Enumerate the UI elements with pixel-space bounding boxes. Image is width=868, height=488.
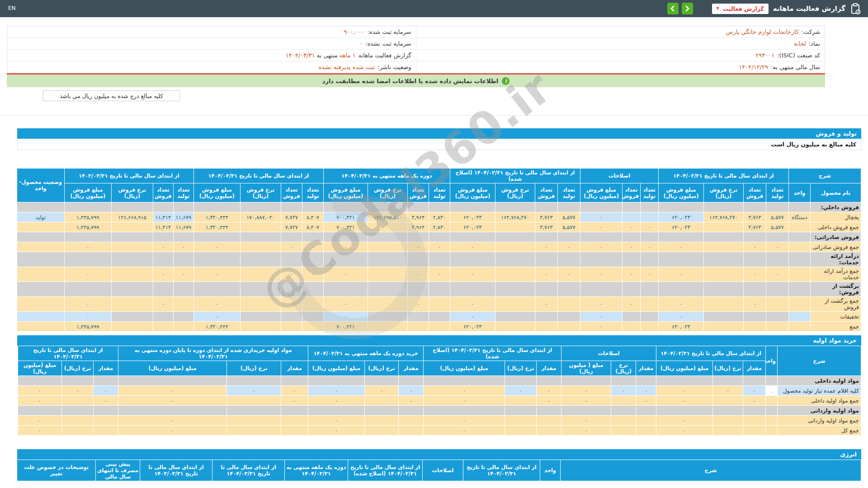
- table-cell: ۰: [61, 386, 93, 396]
- table-cell: [557, 232, 580, 242]
- column-header: از ابتدای سال مالی تا تاریخ ۱۴۰۳/۰۳/۳۱: [18, 346, 118, 361]
- table-cell: ۱۱,۶۷۹: [173, 222, 193, 232]
- table-cell: [640, 282, 658, 297]
- table-cell: [281, 202, 302, 212]
- unregistered-capital-field: سرمایه ثبت نشده: ۰: [7, 38, 416, 49]
- table-cell: ۰: [18, 386, 61, 396]
- previous-report-button[interactable]: [667, 3, 679, 14]
- table-cell: [407, 312, 429, 322]
- table-cell: [302, 202, 323, 212]
- table-cell: ۰: [611, 386, 636, 396]
- table-cell: ۵,۵۷۷: [766, 212, 788, 222]
- amounts-unit-note-button[interactable]: کلیه مبالغ درج شده به میلیون ریال می باش…: [43, 90, 180, 101]
- column-header: تعداد فروش: [281, 183, 302, 202]
- table-cell: ۰: [407, 242, 429, 252]
- table-cell: ۰: [658, 242, 703, 252]
- table-cell: [703, 222, 743, 232]
- column-header: اصلاحات: [580, 169, 658, 183]
- table-cell: [766, 406, 778, 416]
- table-cell: ۰: [323, 312, 368, 322]
- table-cell: [766, 282, 788, 297]
- column-header: تعداد فروش: [407, 183, 429, 202]
- column-header: مبلغ فروش (میلیون ریال): [658, 183, 703, 202]
- table-cell: [505, 406, 536, 416]
- table-cell: [111, 297, 153, 312]
- table-cell: [193, 252, 240, 267]
- table-cell: [640, 297, 658, 312]
- table-cell: [580, 252, 622, 267]
- table-cell: ۰: [64, 312, 111, 322]
- next-report-button[interactable]: [682, 3, 693, 14]
- table-cell: [173, 312, 193, 322]
- table-cell: [240, 242, 281, 252]
- section-header-production-sales: تولید و فروش: [17, 128, 861, 139]
- table-cell: [17, 232, 64, 242]
- table-cell: [407, 322, 429, 332]
- table-row: تخفیفات۰۰۰۰۰۰: [17, 312, 861, 322]
- table-cell: [240, 312, 281, 322]
- table-cell: [703, 297, 743, 312]
- table-cell: ۰: [423, 426, 505, 436]
- table-cell: ۱,۴۴۵,۷۹۹: [64, 222, 111, 232]
- table-cell: تولید: [17, 212, 64, 222]
- table-cell: [495, 202, 535, 212]
- column-header: خرید دوره یک ماهه منتهی به ۱۴۰۴/۰۳/۳۱: [308, 346, 423, 361]
- table-cell: ۱,۳۲۰,۴۴۴: [193, 222, 240, 232]
- table-cell: [153, 202, 173, 212]
- table-cell: ۶۲۰,۰۲۳: [658, 212, 703, 222]
- table-cell: [308, 406, 364, 416]
- table-cell: [61, 426, 93, 436]
- table-cell: [17, 222, 64, 232]
- company-info-table: شرکت: کارخانجات لوازم خانگي پارس سرمایه …: [7, 26, 825, 73]
- table-cell: ۰: [505, 386, 536, 396]
- column-header: تعداد فروش: [535, 183, 557, 202]
- raw-materials-table: شرحواحداز ابتدای سال مالی تا تاریخ ۱۴۰۴/…: [17, 346, 861, 436]
- table-cell: ۰: [281, 396, 308, 406]
- table-cell: ۰: [118, 426, 226, 436]
- table-cell: [429, 312, 450, 322]
- column-header: وضعیت محصول-واحد: [17, 169, 64, 202]
- table-cell: ۱۶۴,۷۶۸,۲۷۰: [703, 212, 743, 222]
- table-cell: ۷,۷۲۷: [281, 212, 302, 222]
- table-cell: [17, 267, 64, 282]
- table-row: جمع فروش صادراتی۰۰۰۰۰۰۰۰۰۰۰۰۰۰۰۰۰۰: [17, 242, 861, 252]
- table-cell: [561, 376, 611, 386]
- table-cell: [495, 222, 535, 232]
- table-cell: ۰: [429, 242, 450, 252]
- english-language-link[interactable]: EN: [8, 5, 16, 11]
- column-header: از ابتدای سال مالی تا تاریخ ۱۴۰۴/۰۲/۳۱: [656, 346, 766, 361]
- fiscal-year-field: سال مالی منتهی به: ۱۴۰۴/۱۲/۲۹: [416, 61, 825, 73]
- table-cell: [118, 376, 226, 386]
- table-cell: [323, 232, 368, 242]
- table-cell: ۳,۹۶۴: [407, 212, 429, 222]
- section-label: مواد اولیه وارداتی: [778, 406, 861, 416]
- column-header: تعداد تولید: [173, 183, 193, 202]
- column-header: مبلغ (میلیون ریال): [118, 361, 226, 376]
- table-cell: ۶۲۰,۰۲۳: [658, 322, 703, 332]
- table-cell: ۰: [535, 267, 557, 282]
- row-label: جمع مواد اولیه داخلی: [778, 396, 861, 406]
- column-header: از ابتدای سال مالی تا تاریخ ۱۴۰۴/۰۲/۳۱: [463, 460, 540, 481]
- table-cell: ۰: [580, 322, 622, 332]
- table-cell: [611, 406, 636, 416]
- row-label: جمع فروش داخلی: [811, 222, 861, 232]
- report-type-dropdown[interactable]: گزارش فعالیت ▼: [712, 4, 769, 14]
- column-header: مبلغ (میلیون ریال): [656, 361, 713, 376]
- table-cell: ۰: [153, 297, 173, 312]
- table-cell: [302, 232, 323, 242]
- table-cell: ۰: [713, 386, 743, 396]
- table-cell: دستگاه: [788, 212, 810, 222]
- column-header: نرخ فروش (ریال): [703, 183, 743, 202]
- table-cell: ۰: [656, 416, 713, 426]
- table-cell: [622, 232, 640, 242]
- table-cell: [240, 282, 281, 297]
- table-cell: [429, 202, 450, 212]
- table-cell: ۱,۴۴۵,۷۹۹: [64, 212, 111, 222]
- info-row: کد صنعت (ISIC): ۲۹۳۰۰۱ گزارش فعالیت ماها…: [7, 50, 825, 61]
- table-cell: [766, 426, 778, 436]
- field-label: منتهی به: [316, 52, 337, 59]
- table-cell: [766, 232, 788, 242]
- table-cell: [788, 297, 810, 312]
- table-cell: [640, 312, 658, 322]
- section-row: درآمد ارائه خدمات:: [17, 252, 861, 267]
